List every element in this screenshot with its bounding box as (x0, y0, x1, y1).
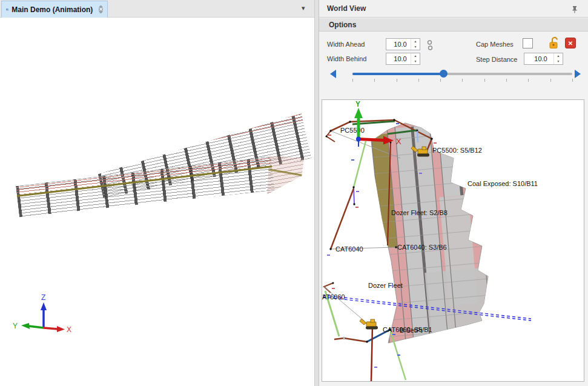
step-distance-value[interactable]: 10.0 (524, 53, 553, 64)
width-behind-spinner[interactable]: 10.0 ▲▼ (386, 53, 420, 65)
step-distance-up-icon[interactable]: ▲ (554, 53, 563, 59)
slider-track[interactable] (352, 73, 572, 75)
width-behind-up-icon[interactable]: ▲ (411, 53, 420, 59)
axis-x-label: X (67, 325, 71, 334)
panel-splitter[interactable] (314, 0, 319, 386)
map-label-cat6040-status: CAT6040: S3/B6 (397, 244, 447, 251)
main-3d-viewport[interactable]: Z Y X (0, 18, 314, 386)
map-label-pc5500-origin: PC5500 (340, 127, 365, 134)
map-label-coal-exposed: Coal Exposed: S10/B11 (467, 180, 538, 187)
link-fields-icon[interactable] (426, 39, 434, 56)
map-axis-x-label: X (396, 137, 401, 146)
width-ahead-down-icon[interactable]: ▼ (411, 44, 420, 50)
lock-open-icon[interactable] (548, 36, 560, 50)
world-map-canvas[interactable]: PC5500 Y X (322, 99, 584, 382)
tab-main-demo[interactable]: Main Demo (Animation) ✕ (1, 1, 108, 18)
axis-y-label: Y (13, 322, 18, 330)
map-label-pc5500-status: PC5500: S5/B12 (432, 147, 482, 154)
slider-prev-icon[interactable] (329, 69, 337, 79)
world-view-panel: World View Options Width Ahead 10.0 ▲▼ W… (319, 0, 588, 386)
width-ahead-value[interactable]: 10.0 (386, 39, 411, 50)
map-label-dozer-fleet: Dozer Fleet (368, 282, 403, 289)
step-distance-label: Step Distance (476, 56, 517, 63)
slider-thumb[interactable] (440, 70, 448, 78)
options-section-header[interactable]: Options (319, 18, 588, 32)
tab-close-icon[interactable]: ✕ (99, 5, 103, 13)
animation-icon (6, 5, 8, 14)
mesh-red-strips (173, 114, 303, 148)
width-behind-down-icon[interactable]: ▼ (411, 59, 420, 64)
application-window: Main Demo (Animation) ✕ ▾ Z Y X (0, 0, 588, 386)
pin-icon[interactable] (570, 4, 580, 14)
map-label-setpt: B SetPt (400, 327, 422, 334)
world-map-graphics: PC5500 Y X (322, 100, 584, 381)
tab-bar: Main Demo (Animation) ✕ ▾ (0, 0, 314, 18)
map-label-dozer-fleet-status: Dozer Fleet: S2/B8 (391, 209, 448, 216)
step-slider (325, 67, 582, 85)
slider-next-icon[interactable] (573, 69, 582, 79)
width-ahead-spinner[interactable]: 10.0 ▲▼ (386, 38, 420, 50)
world-view-title: World View (319, 4, 366, 13)
width-behind-label: Width Behind (327, 55, 366, 62)
step-distance-spinner[interactable]: 10.0 ▲▼ (524, 53, 563, 65)
width-ahead-label: Width Ahead (327, 41, 365, 48)
slider-ticks (352, 79, 573, 82)
width-behind-value[interactable]: 10.0 (386, 53, 411, 64)
tab-label: Main Demo (Animation) (12, 5, 93, 14)
tab-list-dropdown-icon[interactable]: ▾ (302, 4, 305, 12)
viewport-axis-triad: Z Y X (9, 284, 82, 345)
map-axis-y-label: Y (355, 100, 360, 108)
options-title: Options (319, 21, 356, 29)
cap-meshes-checkbox[interactable] (523, 38, 533, 48)
cap-meshes-label: Cap Meshes (476, 41, 514, 48)
world-view-header: World View (319, 0, 588, 18)
width-ahead-up-icon[interactable]: ▲ (411, 39, 420, 44)
step-distance-down-icon[interactable]: ▼ (554, 59, 563, 64)
map-label-cat6040-origin: CAT6040 (335, 245, 363, 253)
excavator-cat6060-icon[interactable] (360, 319, 378, 330)
axis-z-label: Z (41, 293, 45, 302)
close-options-button[interactable]: ✕ (565, 38, 576, 48)
slider-fill (352, 73, 443, 75)
map-label-cat6060-origin: CAT6060 (322, 293, 345, 301)
